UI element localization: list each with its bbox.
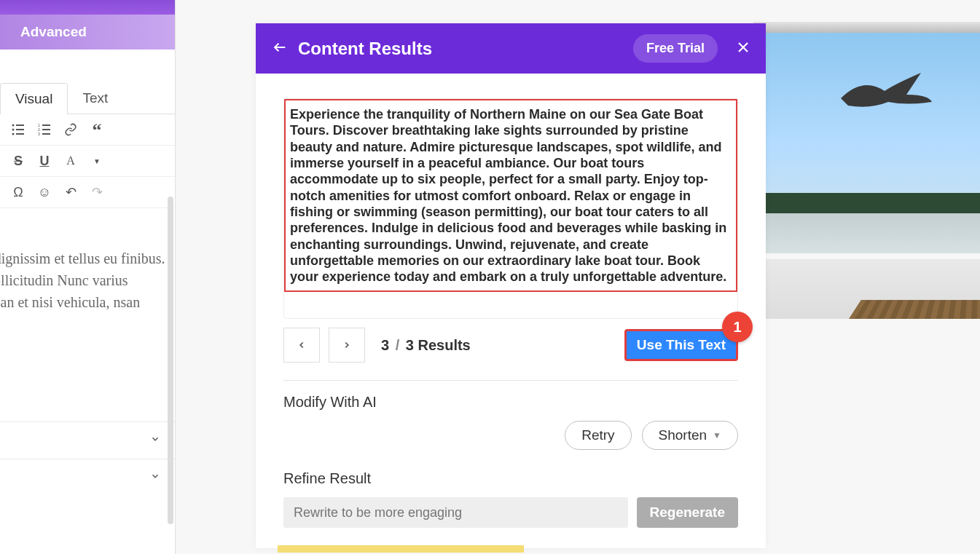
- editor-tabs: Visual Text: [0, 83, 175, 114]
- advanced-section-header[interactable]: Advanced: [0, 15, 175, 50]
- current-result-number: 3: [381, 337, 389, 353]
- editor-content-text: nc, nec dignissim et tellus eu finibus. …: [0, 248, 168, 335]
- divider: [283, 380, 738, 381]
- accordion-item-2[interactable]: [0, 459, 175, 496]
- step-marker-1: 1: [722, 312, 753, 342]
- sidebar-top-bar: [0, 0, 175, 15]
- next-button[interactable]: [329, 328, 365, 363]
- retry-button[interactable]: Retry: [565, 421, 631, 450]
- svg-rect-1: [16, 124, 24, 126]
- results-count: 3 / 3 Results: [381, 337, 471, 354]
- text-color-icon[interactable]: A: [63, 153, 79, 169]
- svg-text:3: 3: [38, 132, 40, 136]
- dock-image: [753, 259, 980, 319]
- svg-point-0: [12, 124, 15, 127]
- chevron-down-icon: [150, 434, 160, 447]
- content-results-modal: Content Results Free Trial Experience th…: [256, 23, 766, 548]
- editor-toolbar: Visual Text 123 “ S U A ▼ Ω ☺ ↶ ↷: [0, 83, 175, 208]
- accordion-item-1[interactable]: [0, 422, 175, 459]
- svg-rect-11: [42, 133, 50, 135]
- svg-point-4: [12, 133, 15, 135]
- left-sidebar: Advanced Visual Text 123 “ S U A ▼ Ω ☺: [0, 0, 176, 554]
- image-edge: [753, 22, 980, 33]
- water: [753, 213, 980, 253]
- svg-rect-9: [42, 129, 50, 130]
- toolbar-row-3: Ω ☺ ↶ ↷: [0, 177, 175, 208]
- scrollbar-track[interactable]: [168, 197, 173, 524]
- svg-rect-7: [42, 124, 50, 126]
- yellow-strip: [278, 545, 524, 553]
- strikethrough-icon[interactable]: S: [10, 153, 26, 169]
- modal-body: Experience the tranquility of Northern M…: [256, 74, 766, 548]
- use-this-text-label: Use This Text: [637, 337, 726, 352]
- bullet-list-icon[interactable]: [10, 122, 26, 138]
- prev-button[interactable]: [283, 328, 320, 363]
- shorten-button[interactable]: Shorten ▼: [642, 421, 738, 450]
- total-results: 3 Results: [406, 337, 471, 353]
- modify-section-label: Modify With AI: [283, 394, 738, 411]
- pagination-row: 3 / 3 Results ✎ Use This Text 1: [283, 328, 738, 363]
- numbered-list-icon[interactable]: 123: [36, 122, 52, 138]
- chevron-down-icon: [150, 471, 160, 484]
- use-this-text-button[interactable]: Use This Text 1: [624, 329, 738, 361]
- modal-header: Content Results Free Trial: [256, 23, 766, 74]
- quote-icon[interactable]: “: [89, 122, 105, 138]
- free-trial-button[interactable]: Free Trial: [633, 34, 718, 63]
- close-icon[interactable]: [737, 39, 750, 58]
- result-text: Experience the tranquility of Northern M…: [284, 99, 737, 292]
- modal-title: Content Results: [298, 39, 623, 59]
- svg-point-2: [12, 129, 15, 131]
- redo-icon[interactable]: ↷: [89, 184, 105, 200]
- svg-rect-3: [16, 129, 24, 130]
- undo-icon[interactable]: ↶: [63, 184, 79, 200]
- refine-input[interactable]: [283, 497, 628, 528]
- tab-visual[interactable]: Visual: [0, 83, 68, 114]
- special-char-icon[interactable]: Ω: [10, 184, 26, 200]
- refine-row: Regenerate: [283, 497, 738, 528]
- bird-icon: [834, 69, 936, 120]
- results-slash: /: [391, 337, 404, 353]
- shoreline: [753, 193, 980, 213]
- toolbar-row-1: 123 “: [0, 114, 175, 146]
- lake-image: [753, 33, 980, 253]
- dock: [849, 300, 980, 319]
- emoji-icon[interactable]: ☺: [36, 184, 52, 200]
- tab-text[interactable]: Text: [68, 83, 122, 114]
- modify-chips-row: Retry Shorten ▼: [283, 421, 738, 450]
- right-image-column: [753, 22, 980, 319]
- toolbar-row-2: S U A ▼: [0, 146, 175, 177]
- svg-rect-5: [16, 133, 24, 135]
- shorten-label: Shorten: [659, 427, 707, 443]
- caret-down-icon: ▼: [713, 430, 721, 440]
- back-icon[interactable]: [272, 39, 288, 58]
- result-container: Experience the tranquility of Northern M…: [283, 98, 738, 319]
- underline-icon[interactable]: U: [36, 153, 52, 169]
- text-color-dropdown-icon[interactable]: ▼: [89, 153, 105, 169]
- link-icon[interactable]: [63, 122, 79, 138]
- regenerate-button[interactable]: Regenerate: [637, 497, 739, 528]
- refine-section-label: Refine Result: [283, 470, 738, 487]
